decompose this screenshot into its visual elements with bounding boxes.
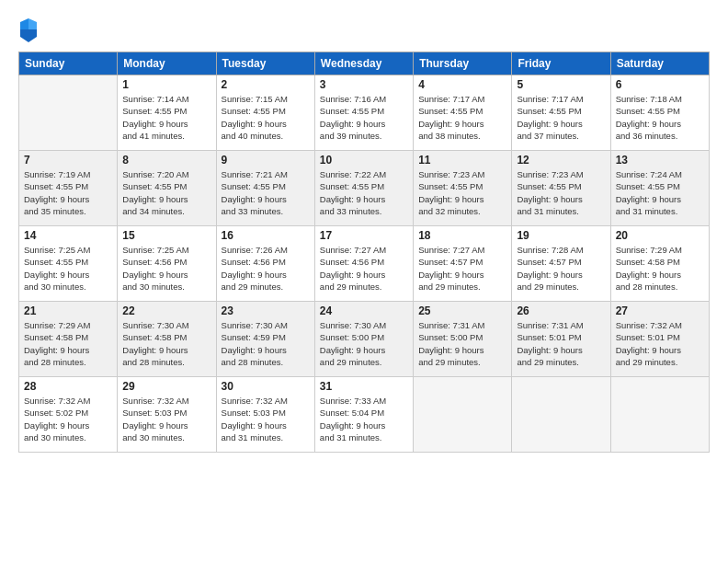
day-number: 1: [122, 78, 210, 91]
col-header-tuesday: Tuesday: [216, 52, 314, 75]
day-number: 6: [616, 78, 704, 91]
day-cell: 6Sunrise: 7:18 AMSunset: 4:55 PMDaylight…: [610, 75, 709, 151]
week-row-1: 1Sunrise: 7:14 AMSunset: 4:55 PMDaylight…: [19, 75, 710, 151]
day-info: Sunrise: 7:33 AMSunset: 5:04 PMDaylight:…: [320, 395, 408, 443]
day-cell: 23Sunrise: 7:30 AMSunset: 4:59 PMDayligh…: [216, 302, 314, 377]
day-cell: 8Sunrise: 7:20 AMSunset: 4:55 PMDaylight…: [118, 151, 216, 226]
day-info: Sunrise: 7:29 AMSunset: 4:58 PMDaylight:…: [24, 319, 112, 368]
day-info: Sunrise: 7:26 AMSunset: 4:56 PMDaylight:…: [222, 244, 310, 293]
day-cell: 7Sunrise: 7:19 AMSunset: 4:55 PMDaylight…: [19, 151, 118, 226]
day-number: 18: [418, 229, 506, 242]
day-cell: 18Sunrise: 7:27 AMSunset: 4:57 PMDayligh…: [414, 226, 512, 302]
day-cell: 15Sunrise: 7:25 AMSunset: 4:56 PMDayligh…: [118, 226, 216, 302]
day-info: Sunrise: 7:32 AMSunset: 5:03 PMDaylight:…: [222, 395, 310, 443]
col-header-sunday: Sunday: [19, 52, 118, 75]
day-cell: 2Sunrise: 7:15 AMSunset: 4:55 PMDaylight…: [216, 75, 314, 151]
day-info: Sunrise: 7:32 AMSunset: 5:03 PMDaylight:…: [122, 395, 210, 443]
day-cell: 1Sunrise: 7:14 AMSunset: 4:55 PMDaylight…: [118, 75, 216, 151]
day-cell: 17Sunrise: 7:27 AMSunset: 4:56 PMDayligh…: [314, 226, 413, 302]
day-number: 10: [320, 154, 408, 167]
day-number: 20: [616, 229, 704, 242]
day-cell: 14Sunrise: 7:25 AMSunset: 4:55 PMDayligh…: [19, 226, 118, 302]
day-info: Sunrise: 7:31 AMSunset: 5:00 PMDaylight:…: [418, 319, 506, 368]
day-number: 16: [222, 229, 310, 242]
day-info: Sunrise: 7:25 AMSunset: 4:55 PMDaylight:…: [24, 244, 112, 293]
day-info: Sunrise: 7:22 AMSunset: 4:55 PMDaylight:…: [320, 168, 408, 217]
day-info: Sunrise: 7:29 AMSunset: 4:58 PMDaylight:…: [616, 244, 704, 293]
day-info: Sunrise: 7:25 AMSunset: 4:56 PMDaylight:…: [122, 244, 210, 293]
day-info: Sunrise: 7:32 AMSunset: 5:02 PMDaylight:…: [24, 395, 112, 443]
day-info: Sunrise: 7:30 AMSunset: 4:58 PMDaylight:…: [122, 319, 210, 368]
day-number: 11: [418, 154, 506, 167]
day-number: 5: [517, 78, 605, 91]
day-number: 25: [418, 304, 506, 317]
calendar: SundayMondayTuesdayWednesdayThursdayFrid…: [18, 52, 710, 453]
day-number: 3: [320, 78, 408, 91]
day-cell: 31Sunrise: 7:33 AMSunset: 5:04 PMDayligh…: [314, 377, 413, 453]
day-info: Sunrise: 7:24 AMSunset: 4:55 PMDaylight:…: [616, 168, 704, 217]
day-cell: 3Sunrise: 7:16 AMSunset: 4:55 PMDaylight…: [314, 75, 413, 151]
day-number: 2: [222, 78, 310, 91]
day-info: Sunrise: 7:21 AMSunset: 4:55 PMDaylight:…: [222, 168, 310, 217]
day-info: Sunrise: 7:15 AMSunset: 4:55 PMDaylight:…: [222, 93, 310, 142]
day-number: 9: [222, 154, 310, 167]
day-number: 15: [122, 229, 210, 242]
day-number: 21: [24, 304, 112, 317]
logo: [18, 17, 40, 42]
week-row-2: 7Sunrise: 7:19 AMSunset: 4:55 PMDaylight…: [19, 151, 710, 226]
calendar-header-row: SundayMondayTuesdayWednesdayThursdayFrid…: [19, 52, 710, 75]
day-cell: 29Sunrise: 7:32 AMSunset: 5:03 PMDayligh…: [118, 377, 216, 453]
day-info: Sunrise: 7:27 AMSunset: 4:57 PMDaylight:…: [418, 244, 506, 293]
col-header-saturday: Saturday: [610, 52, 709, 75]
col-header-monday: Monday: [118, 52, 216, 75]
day-number: 13: [616, 154, 704, 167]
day-cell: 21Sunrise: 7:29 AMSunset: 4:58 PMDayligh…: [19, 302, 118, 377]
week-row-4: 21Sunrise: 7:29 AMSunset: 4:58 PMDayligh…: [19, 302, 710, 377]
day-info: Sunrise: 7:20 AMSunset: 4:55 PMDaylight:…: [122, 168, 210, 217]
svg-marker-2: [20, 18, 28, 29]
day-info: Sunrise: 7:19 AMSunset: 4:55 PMDaylight:…: [24, 168, 112, 217]
day-number: 23: [222, 304, 310, 317]
day-info: Sunrise: 7:31 AMSunset: 5:01 PMDaylight:…: [517, 319, 605, 368]
day-info: Sunrise: 7:23 AMSunset: 4:55 PMDaylight:…: [418, 168, 506, 217]
day-number: 27: [616, 304, 704, 317]
col-header-wednesday: Wednesday: [314, 52, 413, 75]
col-header-thursday: Thursday: [414, 52, 512, 75]
day-number: 26: [517, 304, 605, 317]
day-cell: 4Sunrise: 7:17 AMSunset: 4:55 PMDaylight…: [414, 75, 512, 151]
day-cell: [512, 377, 610, 453]
day-cell: 20Sunrise: 7:29 AMSunset: 4:58 PMDayligh…: [610, 226, 709, 302]
day-cell: 26Sunrise: 7:31 AMSunset: 5:01 PMDayligh…: [512, 302, 610, 377]
day-cell: 19Sunrise: 7:28 AMSunset: 4:57 PMDayligh…: [512, 226, 610, 302]
col-header-friday: Friday: [512, 52, 610, 75]
day-number: 31: [320, 380, 408, 393]
day-cell: 30Sunrise: 7:32 AMSunset: 5:03 PMDayligh…: [216, 377, 314, 453]
day-number: 12: [517, 154, 605, 167]
day-info: Sunrise: 7:17 AMSunset: 4:55 PMDaylight:…: [418, 93, 506, 142]
day-info: Sunrise: 7:23 AMSunset: 4:55 PMDaylight:…: [517, 168, 605, 217]
day-number: 7: [24, 154, 112, 167]
day-info: Sunrise: 7:14 AMSunset: 4:55 PMDaylight:…: [122, 93, 210, 142]
day-cell: 5Sunrise: 7:17 AMSunset: 4:55 PMDaylight…: [512, 75, 610, 151]
day-cell: [19, 75, 118, 151]
day-cell: 10Sunrise: 7:22 AMSunset: 4:55 PMDayligh…: [314, 151, 413, 226]
day-cell: 13Sunrise: 7:24 AMSunset: 4:55 PMDayligh…: [610, 151, 709, 226]
day-cell: [414, 377, 512, 453]
day-info: Sunrise: 7:32 AMSunset: 5:01 PMDaylight:…: [616, 319, 704, 368]
day-info: Sunrise: 7:30 AMSunset: 4:59 PMDaylight:…: [222, 319, 310, 368]
day-info: Sunrise: 7:17 AMSunset: 4:55 PMDaylight:…: [517, 93, 605, 142]
week-row-3: 14Sunrise: 7:25 AMSunset: 4:55 PMDayligh…: [19, 226, 710, 302]
day-number: 4: [418, 78, 506, 91]
day-number: 22: [122, 304, 210, 317]
day-number: 14: [24, 229, 112, 242]
svg-marker-1: [28, 18, 37, 29]
day-cell: 27Sunrise: 7:32 AMSunset: 5:01 PMDayligh…: [610, 302, 709, 377]
day-info: Sunrise: 7:16 AMSunset: 4:55 PMDaylight:…: [320, 93, 408, 142]
header: [18, 17, 710, 42]
day-cell: 25Sunrise: 7:31 AMSunset: 5:00 PMDayligh…: [414, 302, 512, 377]
day-cell: 28Sunrise: 7:32 AMSunset: 5:02 PMDayligh…: [19, 377, 118, 453]
page: SundayMondayTuesdayWednesdayThursdayFrid…: [0, 0, 728, 563]
day-cell: 22Sunrise: 7:30 AMSunset: 4:58 PMDayligh…: [118, 302, 216, 377]
day-number: 19: [517, 229, 605, 242]
day-number: 30: [222, 380, 310, 393]
